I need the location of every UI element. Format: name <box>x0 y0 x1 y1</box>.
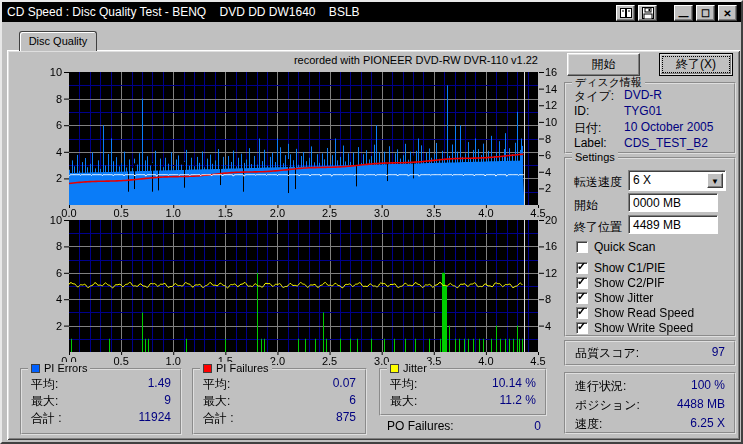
checkbox-show-jitter[interactable]: Show Jitter <box>576 291 653 305</box>
pi-errors-legend-swatch <box>31 364 40 373</box>
end-pos-label: 終了位置 <box>574 219 622 236</box>
jitter-stats-box: Jitter 平均:10.14 % 最大:11.2 % <box>379 368 547 416</box>
end-pos-input[interactable]: 4489 MB <box>628 215 718 234</box>
tab-label: Disc Quality <box>29 35 88 47</box>
pages-icon <box>619 7 633 19</box>
start-pos-input[interactable]: 0000 MB <box>628 193 718 212</box>
jitter-legend-swatch <box>390 364 399 373</box>
checkbox-box[interactable] <box>576 262 588 274</box>
pi-errors-legend-label: PI Errors <box>44 362 87 375</box>
quality-score-box: 品質スコア: 97 <box>564 340 736 366</box>
checkbox-show-write-speed[interactable]: Show Write Speed <box>576 321 693 335</box>
disc-info-group: ディスク情報 タイプ: DVD-R ID: TYG01 日付: 10 Octob… <box>564 82 736 154</box>
quality-score-value: 97 <box>712 345 725 362</box>
stat-row: 平均:1.49 <box>31 376 171 393</box>
tab-disc-quality[interactable]: Disc Quality <box>19 31 97 51</box>
pages-icon-button[interactable] <box>616 5 635 21</box>
pi-failures-legend-label: PI Failures <box>216 362 269 375</box>
window-title: CD Speed : Disc Quality Test - BENQ DVD … <box>7 5 360 19</box>
speed-label: 転送速度 <box>574 174 622 191</box>
checkbox-quick-scan[interactable]: Quick Scan <box>576 240 655 254</box>
po-failures-row: PO Failures:0 <box>387 419 541 433</box>
pi-failures-stats-box: PI Failures 平均:0.07 最大:6 合計 :875 <box>192 368 367 435</box>
stat-row: 平均:0.07 <box>203 376 356 393</box>
pi-errors-stats-box: PI Errors 平均:1.49 最大:9 合計 :11924 <box>20 368 182 435</box>
stat-row: 最大:9 <box>31 393 171 410</box>
maximize-icon: ☐ <box>701 8 710 19</box>
checkbox-box[interactable] <box>576 292 588 304</box>
start-button[interactable]: 開始 <box>567 53 640 76</box>
maximize-button[interactable]: ☐ <box>696 5 715 21</box>
app-window: CD Speed : Disc Quality Test - BENQ DVD … <box>0 0 743 444</box>
exit-button[interactable]: 終了(X) <box>659 53 733 76</box>
stat-row: 最大:6 <box>203 393 356 410</box>
stat-row: 最大:11.2 % <box>390 393 536 410</box>
speed-row: 速度:6.25 X <box>566 416 734 433</box>
checkbox-show-c1-pie[interactable]: Show C1/PIE <box>576 261 665 275</box>
checkbox-box[interactable] <box>576 277 588 289</box>
checkbox-show-c2-pif[interactable]: Show C2/PIF <box>576 276 665 290</box>
save-button[interactable] <box>638 5 657 21</box>
checkbox-box[interactable] <box>576 307 588 319</box>
stat-row: 合計 :11924 <box>31 410 171 427</box>
checkbox-show-read-speed[interactable]: Show Read Speed <box>576 306 694 320</box>
disc-id-row: ID: <box>574 104 589 118</box>
progress-row: 進行状況:100 % <box>566 378 734 395</box>
tab-page: recorded with PIONEER DVD-RW DVR-110 v1.… <box>7 50 740 440</box>
stat-row: 平均:10.14 % <box>390 376 536 393</box>
position-row: ポジション:4488 MB <box>566 397 734 414</box>
minimize-button[interactable]: — <box>674 5 693 21</box>
disc-label-row: Label: <box>574 136 607 150</box>
pi-failures-jitter-chart <box>32 212 558 370</box>
pi-errors-chart <box>32 57 558 217</box>
chevron-down-icon[interactable]: ▼ <box>707 173 723 188</box>
close-button[interactable]: ✕ <box>718 5 737 21</box>
checkbox-box[interactable] <box>576 322 588 334</box>
stat-row: 合計 :875 <box>203 410 356 427</box>
settings-title: Settings <box>572 151 618 164</box>
settings-group: Settings 転送速度 6 X ▼ 開始 0000 MB 終了位置 4489… <box>564 157 736 337</box>
disc-type-row: タイプ: <box>574 88 614 105</box>
disc-date-row: 日付: <box>574 120 601 137</box>
close-icon: ✕ <box>723 8 731 19</box>
quality-score-label: 品質スコア: <box>575 345 639 362</box>
checkbox-box[interactable] <box>576 241 588 253</box>
pi-failures-legend-swatch <box>203 364 212 373</box>
jitter-legend-label: Jitter <box>403 362 427 375</box>
minimize-icon: — <box>679 11 689 22</box>
start-pos-label: 開始 <box>574 197 598 214</box>
progress-box: 進行状況:100 % ポジション:4488 MB 速度:6.25 X <box>564 372 736 434</box>
save-icon <box>642 7 654 19</box>
speed-combobox[interactable]: 6 X ▼ <box>628 170 726 191</box>
